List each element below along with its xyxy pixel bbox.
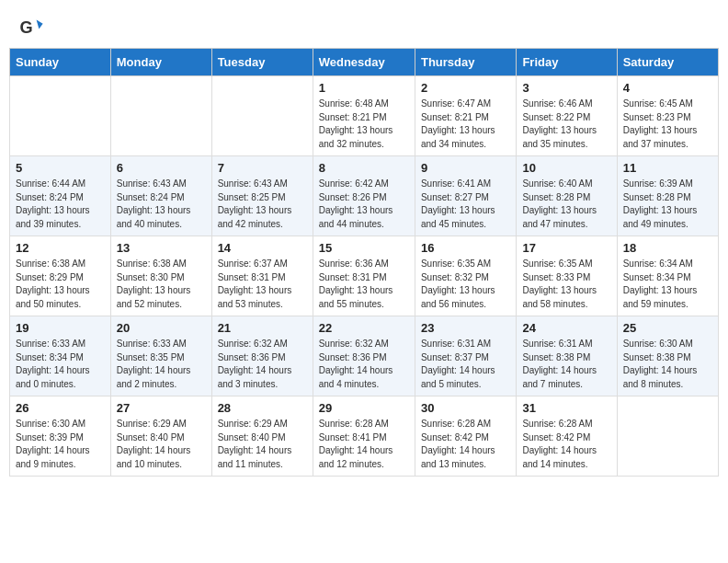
day-of-week-header: Tuesday <box>211 49 313 76</box>
calendar-cell: 10Sunrise: 6:40 AM Sunset: 8:28 PM Dayli… <box>517 156 617 236</box>
day-of-week-header: Wednesday <box>313 49 415 76</box>
calendar-cell: 22Sunrise: 6:32 AM Sunset: 8:36 PM Dayli… <box>313 316 415 396</box>
day-number: 10 <box>522 161 610 175</box>
calendar-cell: 6Sunrise: 6:43 AM Sunset: 8:24 PM Daylig… <box>110 156 211 236</box>
calendar-week-row: 1Sunrise: 6:48 AM Sunset: 8:21 PM Daylig… <box>10 76 719 156</box>
calendar-cell: 4Sunrise: 6:45 AM Sunset: 8:23 PM Daylig… <box>617 76 718 156</box>
calendar-header-row: SundayMondayTuesdayWednesdayThursdayFrid… <box>10 49 719 76</box>
day-number: 18 <box>623 241 712 255</box>
day-info: Sunrise: 6:38 AM Sunset: 8:29 PM Dayligh… <box>16 258 105 311</box>
day-info: Sunrise: 6:31 AM Sunset: 8:38 PM Dayligh… <box>522 338 610 391</box>
day-info: Sunrise: 6:38 AM Sunset: 8:30 PM Dayligh… <box>117 258 206 311</box>
calendar-cell: 24Sunrise: 6:31 AM Sunset: 8:38 PM Dayli… <box>517 316 617 396</box>
calendar-cell: 7Sunrise: 6:43 AM Sunset: 8:25 PM Daylig… <box>211 156 313 236</box>
calendar-week-row: 26Sunrise: 6:30 AM Sunset: 8:39 PM Dayli… <box>10 396 719 477</box>
day-of-week-header: Friday <box>517 49 617 76</box>
calendar-cell <box>211 76 313 156</box>
calendar-cell: 25Sunrise: 6:30 AM Sunset: 8:38 PM Dayli… <box>617 316 718 396</box>
day-number: 1 <box>319 81 409 95</box>
day-info: Sunrise: 6:29 AM Sunset: 8:40 PM Dayligh… <box>218 418 307 471</box>
day-info: Sunrise: 6:43 AM Sunset: 8:25 PM Dayligh… <box>218 178 307 231</box>
calendar-cell: 3Sunrise: 6:46 AM Sunset: 8:22 PM Daylig… <box>517 76 617 156</box>
day-info: Sunrise: 6:42 AM Sunset: 8:26 PM Dayligh… <box>319 178 409 231</box>
day-number: 29 <box>319 401 409 415</box>
day-of-week-header: Sunday <box>10 49 111 76</box>
day-info: Sunrise: 6:30 AM Sunset: 8:39 PM Dayligh… <box>16 418 105 471</box>
day-number: 22 <box>319 321 409 335</box>
calendar-cell: 30Sunrise: 6:28 AM Sunset: 8:42 PM Dayli… <box>415 396 516 477</box>
day-number: 26 <box>16 401 105 415</box>
day-info: Sunrise: 6:28 AM Sunset: 8:41 PM Dayligh… <box>319 418 409 471</box>
calendar-cell: 12Sunrise: 6:38 AM Sunset: 8:29 PM Dayli… <box>10 236 111 316</box>
day-number: 31 <box>522 401 610 415</box>
day-info: Sunrise: 6:29 AM Sunset: 8:40 PM Dayligh… <box>117 418 206 471</box>
day-number: 19 <box>16 321 105 335</box>
svg-text:G: G <box>19 18 32 37</box>
day-number: 28 <box>218 401 307 415</box>
svg-marker-1 <box>37 20 43 29</box>
day-of-week-header: Thursday <box>415 49 516 76</box>
day-info: Sunrise: 6:46 AM Sunset: 8:22 PM Dayligh… <box>522 98 610 151</box>
calendar-cell: 27Sunrise: 6:29 AM Sunset: 8:40 PM Dayli… <box>110 396 211 477</box>
logo: G <box>18 15 48 40</box>
calendar-cell: 1Sunrise: 6:48 AM Sunset: 8:21 PM Daylig… <box>313 76 415 156</box>
calendar-cell: 21Sunrise: 6:32 AM Sunset: 8:36 PM Dayli… <box>211 316 313 396</box>
calendar-cell: 23Sunrise: 6:31 AM Sunset: 8:37 PM Dayli… <box>415 316 516 396</box>
day-info: Sunrise: 6:35 AM Sunset: 8:33 PM Dayligh… <box>522 258 610 311</box>
calendar-cell: 11Sunrise: 6:39 AM Sunset: 8:28 PM Dayli… <box>617 156 718 236</box>
day-number: 14 <box>218 241 307 255</box>
calendar-cell: 13Sunrise: 6:38 AM Sunset: 8:30 PM Dayli… <box>110 236 211 316</box>
day-info: Sunrise: 6:47 AM Sunset: 8:21 PM Dayligh… <box>421 98 510 151</box>
day-of-week-header: Monday <box>110 49 211 76</box>
calendar-cell <box>617 396 718 477</box>
day-info: Sunrise: 6:28 AM Sunset: 8:42 PM Dayligh… <box>522 418 610 471</box>
day-info: Sunrise: 6:34 AM Sunset: 8:34 PM Dayligh… <box>623 258 712 311</box>
day-number: 27 <box>117 401 206 415</box>
day-number: 12 <box>16 241 105 255</box>
day-number: 17 <box>522 241 610 255</box>
day-info: Sunrise: 6:44 AM Sunset: 8:24 PM Dayligh… <box>16 178 105 231</box>
calendar-week-row: 19Sunrise: 6:33 AM Sunset: 8:34 PM Dayli… <box>10 316 719 396</box>
calendar-cell: 31Sunrise: 6:28 AM Sunset: 8:42 PM Dayli… <box>517 396 617 477</box>
calendar-cell <box>110 76 211 156</box>
day-number: 15 <box>319 241 409 255</box>
day-number: 8 <box>319 161 409 175</box>
calendar-cell: 8Sunrise: 6:42 AM Sunset: 8:26 PM Daylig… <box>313 156 415 236</box>
day-number: 20 <box>117 321 206 335</box>
day-info: Sunrise: 6:33 AM Sunset: 8:34 PM Dayligh… <box>16 338 105 391</box>
calendar-cell: 29Sunrise: 6:28 AM Sunset: 8:41 PM Dayli… <box>313 396 415 477</box>
calendar-cell: 19Sunrise: 6:33 AM Sunset: 8:34 PM Dayli… <box>10 316 111 396</box>
day-info: Sunrise: 6:35 AM Sunset: 8:32 PM Dayligh… <box>421 258 510 311</box>
calendar-cell: 14Sunrise: 6:37 AM Sunset: 8:31 PM Dayli… <box>211 236 313 316</box>
day-info: Sunrise: 6:32 AM Sunset: 8:36 PM Dayligh… <box>218 338 307 391</box>
logo-icon: G <box>18 15 44 40</box>
day-info: Sunrise: 6:41 AM Sunset: 8:27 PM Dayligh… <box>421 178 510 231</box>
day-info: Sunrise: 6:36 AM Sunset: 8:31 PM Dayligh… <box>319 258 409 311</box>
calendar-table: SundayMondayTuesdayWednesdayThursdayFrid… <box>9 48 719 477</box>
day-info: Sunrise: 6:33 AM Sunset: 8:35 PM Dayligh… <box>117 338 206 391</box>
calendar-week-row: 5Sunrise: 6:44 AM Sunset: 8:24 PM Daylig… <box>10 156 719 236</box>
calendar-cell: 16Sunrise: 6:35 AM Sunset: 8:32 PM Dayli… <box>415 236 516 316</box>
day-info: Sunrise: 6:32 AM Sunset: 8:36 PM Dayligh… <box>319 338 409 391</box>
day-number: 11 <box>623 161 712 175</box>
day-info: Sunrise: 6:48 AM Sunset: 8:21 PM Dayligh… <box>319 98 409 151</box>
day-info: Sunrise: 6:43 AM Sunset: 8:24 PM Dayligh… <box>117 178 206 231</box>
calendar-wrapper: SundayMondayTuesdayWednesdayThursdayFrid… <box>0 48 728 486</box>
day-info: Sunrise: 6:39 AM Sunset: 8:28 PM Dayligh… <box>623 178 712 231</box>
calendar-cell: 9Sunrise: 6:41 AM Sunset: 8:27 PM Daylig… <box>415 156 516 236</box>
day-of-week-header: Saturday <box>617 49 718 76</box>
day-number: 13 <box>117 241 206 255</box>
calendar-cell: 26Sunrise: 6:30 AM Sunset: 8:39 PM Dayli… <box>10 396 111 477</box>
calendar-cell: 15Sunrise: 6:36 AM Sunset: 8:31 PM Dayli… <box>313 236 415 316</box>
day-number: 23 <box>421 321 510 335</box>
calendar-cell: 17Sunrise: 6:35 AM Sunset: 8:33 PM Dayli… <box>517 236 617 316</box>
day-info: Sunrise: 6:45 AM Sunset: 8:23 PM Dayligh… <box>623 98 712 151</box>
calendar-week-row: 12Sunrise: 6:38 AM Sunset: 8:29 PM Dayli… <box>10 236 719 316</box>
calendar-cell: 5Sunrise: 6:44 AM Sunset: 8:24 PM Daylig… <box>10 156 111 236</box>
day-number: 30 <box>421 401 510 415</box>
calendar-cell <box>10 76 111 156</box>
day-number: 24 <box>522 321 610 335</box>
calendar-cell: 2Sunrise: 6:47 AM Sunset: 8:21 PM Daylig… <box>415 76 516 156</box>
day-info: Sunrise: 6:31 AM Sunset: 8:37 PM Dayligh… <box>421 338 510 391</box>
calendar-cell: 28Sunrise: 6:29 AM Sunset: 8:40 PM Dayli… <box>211 396 313 477</box>
